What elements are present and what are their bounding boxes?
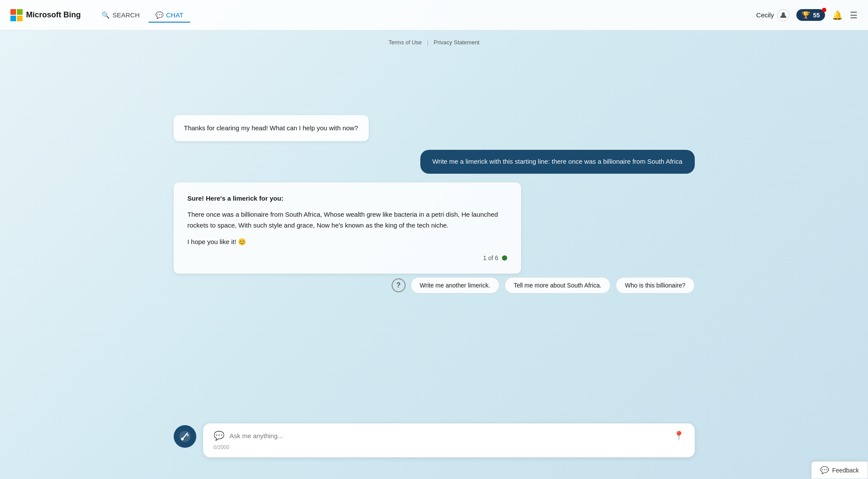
bot-greeting-text: Thanks for clearing my head! What can I …: [184, 124, 358, 132]
user-name: Cecily: [756, 11, 774, 19]
svg-point-6: [181, 438, 184, 440]
message-bot-greeting: Thanks for clearing my head! What can I …: [174, 115, 695, 141]
input-box: 💬 📍 0/2000: [203, 423, 695, 457]
message-user-prompt: Write me a limerick with this starting l…: [174, 150, 695, 174]
terms-of-use-link[interactable]: Terms of Use: [389, 39, 422, 46]
svg-rect-1: [17, 9, 23, 15]
message-bot-poem: Sure! Here's a limerick for you: There o…: [174, 182, 695, 274]
user-area[interactable]: Cecily: [756, 9, 790, 21]
menu-icon[interactable]: ☰: [850, 10, 858, 20]
input-row: 💬 📍: [214, 430, 684, 441]
points-badge[interactable]: 🏆 55: [796, 9, 825, 21]
microsoft-logo-icon: [10, 9, 23, 21]
poem-title: Sure! Here's a limerick for you:: [188, 195, 507, 202]
suggestion-chip-south-africa[interactable]: Tell me more about South Africa.: [505, 277, 611, 294]
header-right: Cecily 🏆 55 🔔 ☰: [756, 9, 858, 21]
poem-footer: 1 of 6: [188, 254, 507, 261]
bot-poem-bubble: Sure! Here's a limerick for you: There o…: [174, 182, 521, 274]
bot-avatar-icon: [179, 430, 191, 443]
points-value: 55: [813, 12, 820, 19]
chat-nav-icon: 💬: [155, 11, 164, 19]
user-prompt-bubble: Write me a limerick with this starting l…: [420, 150, 695, 174]
pin-icon[interactable]: 📍: [673, 430, 684, 441]
green-status-dot: [502, 255, 507, 261]
main-content: Terms of Use | Privacy Statement Thanks …: [0, 30, 868, 479]
search-nav-label: SEARCH: [112, 11, 140, 19]
chat-container: Thanks for clearing my head! What can I …: [174, 115, 695, 274]
suggestions-bar: ? Write me another limerick. Tell me mor…: [174, 277, 695, 294]
bell-icon[interactable]: 🔔: [832, 10, 843, 20]
suggestions-question-icon[interactable]: ?: [392, 278, 406, 292]
feedback-label: Feedback: [832, 467, 859, 474]
feedback-icon: 💬: [820, 466, 829, 474]
user-avatar-icon: [777, 9, 789, 21]
trophy-icon: 🏆: [802, 11, 810, 19]
terms-bar: Terms of Use | Privacy Statement: [389, 39, 479, 46]
logo-area[interactable]: Microsoft Bing: [10, 9, 81, 21]
bot-avatar: [174, 425, 196, 448]
svg-rect-0: [10, 9, 16, 15]
suggestion-chip-billionaire[interactable]: Who is this billionaire?: [616, 277, 694, 294]
nav-item-search[interactable]: 🔍 SEARCH: [95, 8, 147, 23]
question-mark-icon: ?: [396, 281, 401, 289]
bot-greeting-bubble: Thanks for clearing my head! What can I …: [174, 115, 369, 141]
terms-divider: |: [427, 39, 428, 46]
chat-input[interactable]: [230, 432, 668, 439]
svg-rect-2: [10, 16, 16, 21]
nav-bar: 🔍 SEARCH 💬 CHAT: [95, 8, 756, 23]
feedback-button[interactable]: 💬 Feedback: [811, 461, 868, 479]
user-prompt-text: Write me a limerick with this starting l…: [432, 158, 683, 165]
nav-item-chat[interactable]: 💬 CHAT: [149, 8, 191, 23]
logo-text: Microsoft Bing: [26, 10, 81, 20]
poem-hope-text: I hope you like it! 😊: [188, 238, 507, 246]
char-count: 0/2000: [214, 444, 684, 450]
privacy-statement-link[interactable]: Privacy Statement: [434, 39, 480, 46]
poem-counter: 1 of 6: [483, 254, 498, 261]
chat-nav-label: CHAT: [166, 11, 184, 19]
suggestion-chip-another-limerick[interactable]: Write me another limerick.: [411, 277, 499, 294]
poem-text: There once was a billionaire from South …: [188, 209, 507, 231]
svg-rect-3: [17, 16, 23, 21]
header: Microsoft Bing 🔍 SEARCH 💬 CHAT Cecily 🏆 …: [0, 0, 868, 30]
notification-dot: [822, 8, 826, 12]
input-area: 💬 📍 0/2000: [174, 423, 695, 457]
search-nav-icon: 🔍: [102, 11, 110, 19]
chat-bubble-icon: 💬: [214, 430, 224, 441]
